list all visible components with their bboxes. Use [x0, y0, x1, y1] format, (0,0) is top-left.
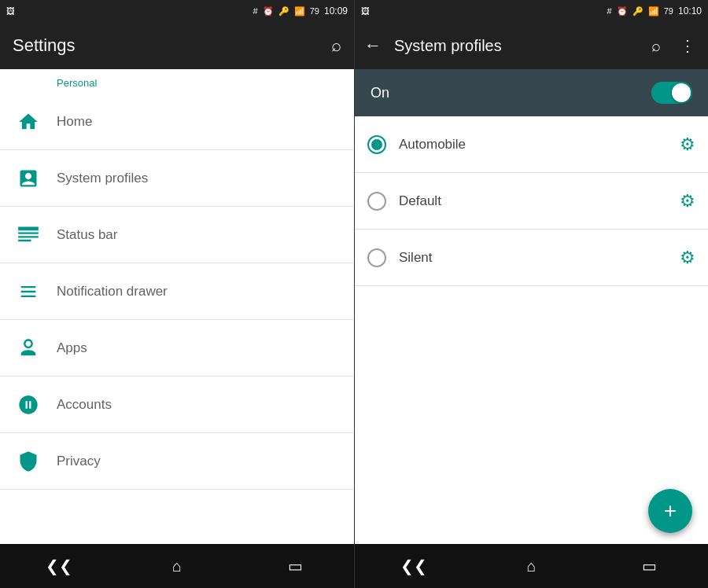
- left-back-button[interactable]: ❮❮: [40, 547, 78, 585]
- status-bar-icon: [13, 219, 44, 251]
- left-nav-bar: ❮❮ ⌂ ▭: [0, 544, 354, 588]
- right-app-title: System profiles: [394, 37, 639, 55]
- key-icon: 🔑: [278, 6, 289, 17]
- menu-item-home[interactable]: Home: [0, 94, 354, 150]
- right-hash-icon: #: [607, 6, 612, 16]
- hash-icon: #: [253, 6, 258, 16]
- notification-drawer-icon: [13, 276, 44, 307]
- menu-item-status-bar[interactable]: Status bar: [0, 207, 354, 263]
- right-panel: 🖼 # ⏰ 🔑 📶 79 10:10 ← System profiles ⌕ ⋮…: [354, 0, 708, 588]
- menu-item-notification-drawer-label: Notification drawer: [57, 284, 168, 300]
- profile-item-silent[interactable]: Silent ⚙: [355, 230, 708, 286]
- menu-item-system-profiles-label: System profiles: [57, 171, 148, 186]
- right-recents-button[interactable]: ▭: [630, 547, 668, 585]
- battery-icon: 79: [310, 6, 319, 16]
- left-search-icon[interactable]: ⌕: [331, 35, 341, 56]
- privacy-icon: [13, 446, 44, 477]
- right-more-icon[interactable]: ⋮: [673, 30, 702, 61]
- menu-item-home-label: Home: [57, 114, 92, 130]
- profile-default-label: Default: [399, 193, 680, 209]
- menu-item-accounts-label: Accounts: [57, 397, 112, 413]
- accounts-icon: [13, 389, 44, 421]
- profile-silent-label: Silent: [399, 250, 680, 266]
- radio-default[interactable]: [367, 192, 386, 211]
- back-button[interactable]: ←: [358, 29, 388, 62]
- section-label: Personal: [0, 69, 354, 94]
- profile-item-automobile[interactable]: Automobile ⚙: [355, 116, 708, 173]
- right-time: 10:10: [678, 6, 702, 17]
- right-key-icon: 🔑: [632, 6, 643, 17]
- left-app-title: Settings: [13, 35, 76, 56]
- menu-item-privacy-label: Privacy: [57, 454, 101, 469]
- system-profiles-icon: [13, 163, 44, 194]
- right-status-icons: 🖼: [361, 6, 603, 16]
- left-time: 10:09: [324, 6, 348, 17]
- right-battery-icon: 79: [664, 6, 673, 16]
- right-status-bar: 🖼 # ⏰ 🔑 📶 79 10:10: [355, 0, 708, 22]
- toggle-label: On: [371, 85, 389, 101]
- right-search-icon[interactable]: ⌕: [645, 31, 667, 61]
- signal-icon: 📶: [294, 6, 305, 17]
- gear-automobile-icon[interactable]: ⚙: [680, 134, 695, 155]
- left-panel: 🖼 # ⏰ 🔑 📶 79 10:09 Settings ⌕ Personal H…: [0, 0, 354, 588]
- profile-item-default[interactable]: Default ⚙: [355, 173, 708, 230]
- menu-item-system-profiles[interactable]: System profiles: [0, 150, 354, 207]
- photo-icon: 🖼: [6, 6, 15, 16]
- gear-default-icon[interactable]: ⚙: [680, 191, 695, 211]
- right-back-nav-button[interactable]: ❮❮: [395, 547, 433, 585]
- right-signal-icon: 📶: [648, 6, 659, 17]
- menu-item-apps-label: Apps: [57, 340, 87, 356]
- home-icon: [13, 106, 44, 138]
- right-photo-icon: 🖼: [361, 6, 370, 16]
- menu-item-privacy[interactable]: Privacy: [0, 433, 354, 490]
- right-nav-bar: ❮❮ ⌂ ▭: [355, 544, 708, 588]
- right-alarm-icon: ⏰: [617, 6, 628, 17]
- right-content-wrapper: On Automobile ⚙ Default ⚙ Silent ⚙: [355, 69, 708, 588]
- on-off-toggle[interactable]: [651, 82, 692, 104]
- right-app-bar: ← System profiles ⌕ ⋮: [355, 22, 708, 69]
- left-app-bar: Settings ⌕: [0, 22, 354, 69]
- menu-list: Home System profiles Status bar Notifica…: [0, 94, 354, 544]
- left-recents-button[interactable]: ▭: [276, 547, 314, 585]
- apps-icon: [13, 333, 44, 364]
- menu-item-notification-drawer[interactable]: Notification drawer: [0, 263, 354, 320]
- left-home-button[interactable]: ⌂: [158, 547, 196, 585]
- menu-item-accounts[interactable]: Accounts: [0, 377, 354, 433]
- radio-automobile[interactable]: [367, 135, 386, 154]
- left-status-bar: 🖼 # ⏰ 🔑 📶 79 10:09: [0, 0, 354, 22]
- menu-item-status-bar-label: Status bar: [57, 227, 118, 243]
- left-status-icons: 🖼: [6, 6, 249, 16]
- profile-automobile-label: Automobile: [399, 137, 680, 153]
- profiles-list: Automobile ⚙ Default ⚙ Silent ⚙: [355, 116, 708, 544]
- toggle-row: On: [355, 69, 708, 116]
- menu-item-apps[interactable]: Apps: [0, 320, 354, 377]
- right-app-bar-actions: ⌕ ⋮: [645, 30, 702, 61]
- fab-button[interactable]: +: [648, 489, 692, 533]
- radio-silent[interactable]: [367, 248, 386, 267]
- right-home-button[interactable]: ⌂: [512, 547, 550, 585]
- gear-silent-icon[interactable]: ⚙: [680, 248, 695, 268]
- alarm-icon: ⏰: [263, 6, 274, 17]
